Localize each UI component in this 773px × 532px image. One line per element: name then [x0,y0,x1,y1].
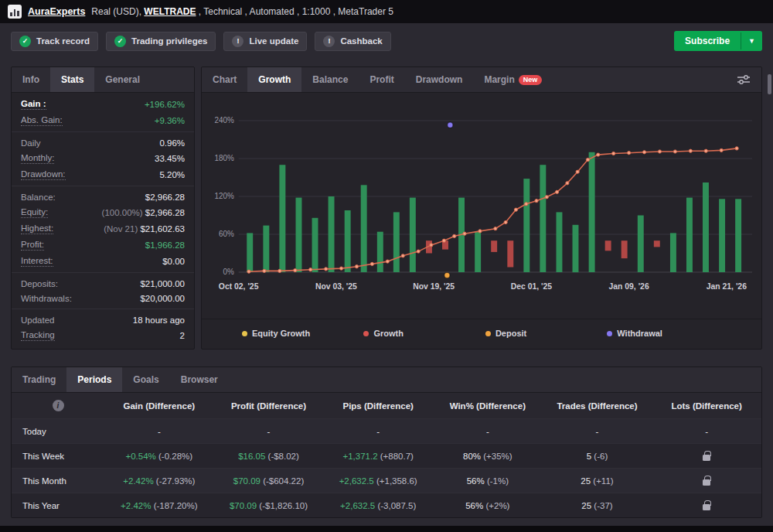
tab-goals[interactable]: Goals [122,367,169,392]
trading-privileges-badge[interactable]: ✓ Trading privileges [106,32,216,51]
stat-label: Highest: [21,223,53,234]
track-record-badge[interactable]: ✓ Track record [11,32,98,51]
stat-value: $21,000.00 [140,279,185,288]
tab-info[interactable]: Info [12,67,50,92]
tab-balance[interactable]: Balance [301,67,359,92]
stat-label: Abs. Gain: [21,115,63,126]
tab-profit[interactable]: Profit [359,67,404,92]
row-label: This Week [12,452,104,461]
growth-chart[interactable]: 0%60%120%180%240%Oct 02, '25Nov 03, '25N… [202,93,761,298]
table-cell: +2.42% (-187.20%) [104,501,214,510]
subscribe-button[interactable]: Subscribe ▼ [674,31,762,51]
stat-label: Deposits: [21,279,58,288]
scrollbar-thumb[interactable] [768,74,771,94]
stat-label: Gain : [21,99,46,110]
stat-label: Daily [21,138,41,148]
stat-value: $20,000.00 [140,294,185,303]
legend-item-withdrawal[interactable]: Withdrawal [607,329,728,338]
info-icon[interactable]: i [53,400,64,411]
tab-browser[interactable]: Browser [170,367,229,392]
check-icon: ✓ [114,36,126,47]
stat-value: +9.36% [155,116,185,125]
table-cell: +1,371.2 (+880.7) [323,452,433,461]
stat-row: Tracking2 [21,327,185,343]
account-icon [8,5,22,19]
stat-row: Interest:$0.00 [21,253,185,269]
chart-legend: Equity GrowthGrowthDepositWithdrawal [202,319,761,349]
stat-value: $2,966.28 [145,193,185,202]
stat-row: Monthly:33.45% [21,150,185,166]
table-cell: +2.42% (-27.93%) [104,476,214,486]
exclamation-icon: ! [323,36,335,47]
tab-growth[interactable]: Growth [247,67,301,92]
stat-row: Abs. Gain:+9.36% [21,112,185,128]
stat-group: Gain :+196.62%Abs. Gain:+9.36% [12,93,194,132]
stat-value: 5.20% [159,170,185,179]
table-cell: - [543,427,652,436]
column-header: Lots (Difference) [652,401,761,411]
growth-chart-svg: 0%60%120%180%240%Oct 02, '25Nov 03, '25N… [206,101,758,295]
account-name-link[interactable]: AuraExperts [28,6,85,17]
tab-margin[interactable]: MarginNew [473,67,553,92]
svg-text:Oct 02, '25: Oct 02, '25 [219,282,259,291]
legend-dot [607,331,612,336]
stats-card: Info Stats General Gain :+196.62%Abs. Ga… [11,66,195,350]
stat-value: (100.00%) $2,966.28 [102,208,185,217]
stat-value: 33.45% [155,154,185,163]
table-row[interactable]: This Month+2.42% (-27.93%)$70.09 (-$604.… [12,468,761,493]
live-update-badge[interactable]: ! Live update [223,32,307,51]
svg-text:Jan 21, '26: Jan 21, '26 [707,282,747,291]
stats-body: Gain :+196.62%Abs. Gain:+9.36%Daily0.96%… [12,93,194,346]
check-icon: ✓ [19,36,31,47]
cashback-badge[interactable]: ! Cashback [315,32,390,51]
svg-text:120%: 120% [214,192,233,200]
tab-trading[interactable]: Trading [12,367,66,392]
stat-row: Daily0.96% [21,135,185,150]
chart-options-icon[interactable] [737,74,751,85]
table-row[interactable]: Today------ [12,418,761,443]
chart-card: Chart Growth Balance Profit Drawdown Mar… [201,66,762,350]
stat-row: Balance:$2,966.28 [21,189,185,204]
table-cell: +0.54% (-0.28%) [104,452,214,461]
lock-icon[interactable] [703,504,710,510]
chevron-down-icon[interactable]: ▼ [741,32,762,49]
legend-item-deposit[interactable]: Deposit [485,329,607,338]
table-cell: 5 (-6) [543,452,652,461]
tab-periods[interactable]: Periods [66,367,122,392]
stat-label: Updated [21,315,54,325]
stat-label: Withdrawals: [21,294,72,303]
table-cell: +2,632.5 (-3,087.5) [323,501,433,510]
table-cell: 56% (-1%) [433,476,543,486]
table-cell: $16.05 (-$8.02) [214,452,324,461]
tab-chart[interactable]: Chart [202,67,247,92]
exclamation-icon: ! [232,36,243,47]
stat-group: Balance:$2,966.28Equity:(100.00%) $2,966… [12,186,194,273]
stat-group: Daily0.96%Monthly:33.45%Drawdown:5.20% [12,132,194,186]
svg-text:Nov 03, '25: Nov 03, '25 [315,282,357,291]
table-row[interactable]: This Year+2.42% (-187.20%)$70.09 (-$1,82… [12,493,761,517]
stat-row: Drawdown:5.20% [21,166,185,182]
stat-value: 0.96% [159,138,185,148]
tab-stats[interactable]: Stats [50,67,94,92]
lock-icon[interactable] [703,455,710,461]
periods-table: iGain (Difference)Profit (Difference)Pip… [12,393,761,517]
table-cell: $70.09 (-$604.22) [214,476,324,486]
stat-row: Deposits:$21,000.00 [21,276,185,291]
stat-value: 18 hours ago [133,315,185,325]
lock-icon[interactable] [703,479,710,486]
table-cell: $70.09 (-$1,826.10) [214,501,324,510]
table-cell: - [652,427,761,436]
stat-row: Withdrawals:$20,000.00 [21,291,185,305]
legend-item-equity-growth[interactable]: Equity Growth [242,329,363,338]
stat-group: Deposits:$21,000.00Withdrawals:$20,000.0… [12,273,194,309]
stats-tabs: Info Stats General [12,67,194,93]
broker-link[interactable]: WELTRADE [144,6,196,17]
table-row[interactable]: This Week+0.54% (-0.28%)$16.05 (-$8.02)+… [12,443,761,468]
column-header: Pips (Difference) [323,401,433,411]
legend-item-growth[interactable]: Growth [363,329,485,338]
column-header: Trades (Difference) [543,401,652,411]
tab-general[interactable]: General [94,67,151,92]
row-label: This Month [12,476,104,486]
stat-label: Equity: [21,207,48,218]
tab-drawdown[interactable]: Drawdown [405,67,474,92]
